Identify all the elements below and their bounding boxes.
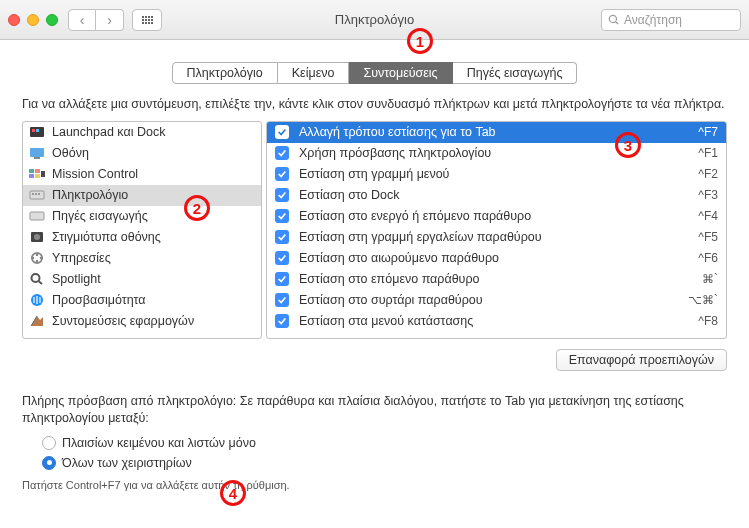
shortcut-row-1[interactable]: Χρήση πρόσβασης πληκτρολογίου^F1 [267, 143, 726, 164]
checkbox-icon[interactable] [275, 251, 289, 265]
shortcut-key[interactable]: ^F6 [698, 251, 718, 265]
svg-rect-19 [36, 260, 38, 263]
shortcut-key[interactable]: ^F8 [698, 314, 718, 328]
sidebar-icon [29, 146, 45, 160]
titlebar: ‹ › Πληκτρολόγιο Αναζήτηση [0, 0, 749, 40]
radio-option-0[interactable]: Πλαισίων κειμένου και λιστών μόνο [42, 433, 727, 453]
shortcut-key[interactable]: ^F1 [698, 146, 718, 160]
sidebar-item-label: Συντομεύσεις εφαρμογών [52, 314, 194, 328]
svg-rect-18 [36, 253, 38, 256]
svg-rect-4 [34, 157, 40, 159]
shortcut-key[interactable]: ⌘` [702, 272, 718, 286]
forward-button[interactable]: › [96, 9, 124, 31]
shortcut-label: Εστίαση στο επόμενο παράθυρο [299, 272, 692, 286]
tab-0[interactable]: Πληκτρολόγιο [172, 62, 278, 84]
shortcut-label: Εστίαση στο ενεργό ή επόμενο παράθυρο [299, 209, 688, 223]
full-keyboard-access-text: Πλήρης πρόσβαση από πληκτρολόγιο: Σε παρ… [0, 371, 749, 431]
search-placeholder: Αναζήτηση [624, 13, 682, 27]
sidebar-item-label: Launchpad και Dock [52, 125, 165, 139]
shortcut-key[interactable]: ⌥⌘` [688, 293, 718, 307]
sidebar-item-6[interactable]: Υπηρεσίες [23, 248, 261, 269]
shortcut-row-4[interactable]: Εστίαση στο ενεργό ή επόμενο παράθυρο^F4 [267, 206, 726, 227]
checkbox-icon[interactable] [275, 146, 289, 160]
checkbox-icon[interactable] [275, 167, 289, 181]
sidebar-item-7[interactable]: Spotlight [23, 269, 261, 290]
restore-defaults-button[interactable]: Επαναφορά προεπιλογών [556, 349, 727, 371]
checkbox-icon[interactable] [275, 125, 289, 139]
sidebar-item-3[interactable]: Πληκτρολόγιο [23, 185, 261, 206]
svg-rect-3 [30, 148, 44, 157]
back-button[interactable]: ‹ [68, 9, 96, 31]
tab-3[interactable]: Πηγές εισαγωγής [453, 62, 578, 84]
svg-rect-13 [38, 193, 40, 195]
shortcut-row-5[interactable]: Εστίαση στη γραμμή εργαλείων παραθύρου^F… [267, 227, 726, 248]
close-icon[interactable] [8, 14, 20, 26]
radio-label: Όλων των χειριστηρίων [62, 456, 192, 470]
checkbox-icon[interactable] [275, 188, 289, 202]
checkbox-icon[interactable] [275, 209, 289, 223]
shortcut-key[interactable]: ^F5 [698, 230, 718, 244]
sidebar-item-label: Πληκτρολόγιο [52, 188, 128, 202]
sidebar-icon [29, 167, 45, 181]
svg-rect-12 [35, 193, 37, 195]
shortcut-row-2[interactable]: Εστίαση στη γραμμή μενού^F2 [267, 164, 726, 185]
shortcut-row-0[interactable]: Αλλαγή τρόπου εστίασης για το Tab^F7 [267, 122, 726, 143]
shortcuts-list[interactable]: Αλλαγή τρόπου εστίασης για το Tab^F7Χρήσ… [266, 121, 727, 339]
category-sidebar[interactable]: Launchpad και DockΟθόνηMission ControlΠλ… [22, 121, 262, 339]
window-controls [8, 14, 58, 26]
minimize-icon[interactable] [27, 14, 39, 26]
shortcut-key[interactable]: ^F7 [698, 125, 718, 139]
svg-point-16 [34, 234, 40, 240]
checkbox-icon[interactable] [275, 272, 289, 286]
sidebar-item-label: Προσβασιμότητα [52, 293, 146, 307]
sidebar-item-label: Spotlight [52, 272, 101, 286]
sidebar-item-2[interactable]: Mission Control [23, 164, 261, 185]
shortcut-row-8[interactable]: Εστίαση στο συρτάρι παραθύρου⌥⌘` [267, 290, 726, 311]
tab-2[interactable]: Συντομεύσεις [349, 62, 452, 84]
sidebar-item-9[interactable]: Συντομεύσεις εφαρμογών [23, 311, 261, 332]
checkbox-icon[interactable] [275, 293, 289, 307]
sidebar-item-label: Mission Control [52, 167, 138, 181]
sidebar-item-8[interactable]: Προσβασιμότητα [23, 290, 261, 311]
svg-rect-9 [41, 171, 45, 177]
svg-point-22 [32, 274, 40, 282]
shortcut-row-9[interactable]: Εστίαση στα μενού κατάστασης^F8 [267, 311, 726, 332]
svg-rect-11 [32, 193, 34, 195]
sidebar-icon [29, 293, 45, 307]
radio-option-1[interactable]: Όλων των χειριστηρίων [42, 453, 727, 473]
svg-line-23 [39, 281, 43, 284]
sidebar-item-1[interactable]: Οθόνη [23, 143, 261, 164]
svg-rect-2 [36, 129, 39, 132]
shortcut-label: Εστίαση στο Dock [299, 188, 688, 202]
sidebar-icon [29, 314, 45, 328]
svg-rect-21 [40, 257, 43, 259]
sidebar-icon [29, 230, 45, 244]
sidebar-icon [29, 125, 45, 139]
radio-icon[interactable] [42, 456, 56, 470]
shortcut-row-6[interactable]: Εστίαση στο αιωρούμενο παράθυρο^F6 [267, 248, 726, 269]
shortcut-key[interactable]: ^F4 [698, 209, 718, 223]
sidebar-item-4[interactable]: Πηγές εισαγωγής [23, 206, 261, 227]
zoom-icon[interactable] [46, 14, 58, 26]
checkbox-icon[interactable] [275, 314, 289, 328]
shortcut-key[interactable]: ^F2 [698, 167, 718, 181]
sidebar-item-label: Οθόνη [52, 146, 89, 160]
checkbox-icon[interactable] [275, 230, 289, 244]
radio-icon[interactable] [42, 436, 56, 450]
sidebar-item-label: Στιγμιότυπα οθόνης [52, 230, 161, 244]
keyboard-access-radio-group: Πλαισίων κειμένου και λιστών μόνοΌλων τω… [0, 431, 749, 473]
sidebar-item-5[interactable]: Στιγμιότυπα οθόνης [23, 227, 261, 248]
shortcut-label: Εστίαση στο συρτάρι παραθύρου [299, 293, 678, 307]
svg-rect-1 [32, 129, 35, 132]
show-all-button[interactable] [132, 9, 162, 31]
tab-1[interactable]: Κείμενο [278, 62, 350, 84]
shortcut-row-3[interactable]: Εστίαση στο Dock^F3 [267, 185, 726, 206]
search-input[interactable]: Αναζήτηση [601, 9, 741, 31]
shortcut-row-7[interactable]: Εστίαση στο επόμενο παράθυρο⌘` [267, 269, 726, 290]
nav-buttons: ‹ › [68, 9, 124, 31]
sidebar-icon [29, 251, 45, 265]
radio-label: Πλαισίων κειμένου και λιστών μόνο [62, 436, 256, 450]
shortcut-key[interactable]: ^F3 [698, 188, 718, 202]
shortcut-label: Εστίαση στη γραμμή μενού [299, 167, 688, 181]
sidebar-item-0[interactable]: Launchpad και Dock [23, 122, 261, 143]
